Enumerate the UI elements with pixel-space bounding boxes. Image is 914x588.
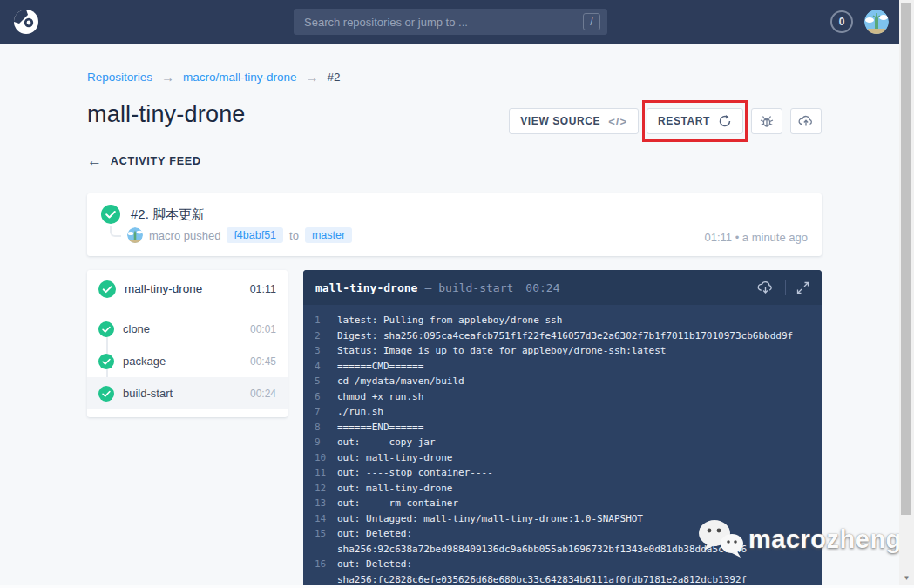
build-title-row: #2. 脚本更新 — [87, 193, 822, 224]
log-line-number: 14 — [315, 511, 337, 527]
committer-avatar-icon — [127, 227, 143, 243]
log-line-text: ======END====== — [337, 420, 813, 436]
drone-logo-icon[interactable] — [12, 8, 40, 36]
log-line: 14 out: Untagged: mall-tiny/mall-tiny-dr… — [303, 511, 822, 527]
to-text: to — [289, 229, 299, 242]
restart-label: RESTART — [658, 115, 710, 127]
log-line: 15 out: Deleted: sha256:92c638a72bed9884… — [303, 526, 822, 557]
page-scrollbar[interactable]: ▲ ▼ — [899, 0, 914, 588]
log-line-number: 6 — [315, 389, 337, 405]
committer-avatar — [127, 227, 143, 243]
log-line-text: out: ----rm container---- — [337, 496, 813, 511]
fullscreen-button[interactable] — [796, 281, 809, 294]
step-row[interactable]: clone 00:01 — [87, 313, 288, 345]
console-header: mall-tiny-drone — build-start 00:24 — [303, 270, 822, 305]
log-line-number: 10 — [315, 450, 337, 466]
pushed-by-text: macro pushed — [149, 229, 220, 242]
header-actions: VIEW SOURCE </> RESTART — [509, 108, 822, 134]
download-log-button[interactable] — [756, 279, 775, 297]
pipeline-success-icon — [98, 280, 116, 298]
debug-button[interactable] — [751, 108, 782, 134]
restart-button[interactable]: RESTART — [647, 108, 743, 134]
tree-connector — [110, 226, 121, 237]
log-line-number: 15 — [315, 526, 337, 557]
tools-divider — [785, 280, 786, 295]
log-line-number: 7 — [315, 404, 337, 420]
user-avatar[interactable] — [864, 10, 889, 34]
log-line: 4 ======CMD====== — [303, 359, 822, 375]
log-line-text: out: ----stop container---- — [337, 465, 813, 481]
log-line-text: latest: Pulling from appleboy/drone-ssh — [337, 313, 813, 328]
scroll-down-arrow-icon[interactable]: ▼ — [899, 572, 914, 585]
drone-build-page: Search repositories or jump to ... / 0 R… — [0, 0, 914, 588]
pipeline-header-row[interactable]: mall-tiny-drone 01:11 — [87, 270, 288, 308]
log-line-number: 3 — [315, 343, 337, 359]
breadcrumb-arrow-icon: → — [306, 70, 319, 84]
console-log[interactable]: 1 latest: Pulling from appleboy/drone-ss… — [303, 305, 822, 588]
expand-icon — [796, 281, 809, 294]
restart-refresh-icon — [718, 114, 732, 128]
view-source-button[interactable]: VIEW SOURCE </> — [509, 108, 639, 134]
log-line: 3 Status: Image is up to date for appleb… — [303, 343, 822, 359]
build-title: #2. 脚本更新 — [131, 206, 205, 223]
back-arrow-icon: ← — [87, 152, 103, 170]
log-line-text: out: Deleted: sha256:92c638a72bed9884091… — [337, 526, 813, 557]
log-line-text: chmod +x run.sh — [337, 389, 813, 405]
log-line-number: 2 — [315, 328, 337, 344]
main-content: Repositories → macro/mall-tiny-drone → #… — [87, 0, 822, 588]
log-line: 8 ======END====== — [303, 420, 822, 436]
breadcrumb-repositories[interactable]: Repositories — [87, 71, 152, 84]
log-line-text: out: ----copy jar---- — [337, 435, 813, 450]
deploy-button[interactable] — [790, 108, 822, 134]
console-dash: — — [424, 281, 431, 294]
view-source-label: VIEW SOURCE — [520, 115, 600, 127]
log-line-text: cd /mydata/maven/build — [337, 374, 813, 389]
log-line-number: 1 — [315, 313, 337, 328]
console-tools — [756, 279, 809, 297]
topbar-right: 0 — [830, 10, 899, 34]
steps-panel: mall-tiny-drone 01:11 clone 00:01 packag… — [87, 270, 288, 417]
pipeline-time: 01:11 — [250, 283, 276, 295]
log-line: 11 out: ----stop container---- — [303, 465, 822, 481]
breadcrumb: Repositories → macro/mall-tiny-drone → #… — [87, 70, 341, 84]
steps-list: clone 00:01 package 00:45 build-start 00… — [87, 308, 288, 409]
step-success-icon — [98, 354, 114, 369]
log-line-text: out: Deleted: sha256:fc2828c6efe035626d6… — [337, 557, 813, 587]
step-label: package — [123, 355, 241, 368]
log-line: 9 out: ----copy jar---- — [303, 435, 822, 450]
log-line-text: Digest: sha256:095ca4ceafcb751f1f22fe416… — [337, 328, 813, 344]
branch-chip[interactable]: master — [305, 227, 352, 243]
pipeline-name: mall-tiny-drone — [125, 282, 241, 295]
log-line-number: 4 — [315, 359, 337, 375]
scrollbar-thumb[interactable] — [901, 3, 911, 515]
step-success-icon — [98, 386, 114, 402]
log-line: 13 out: ----rm container---- — [303, 496, 822, 511]
cloud-download-icon — [756, 279, 775, 297]
log-line: 16 out: Deleted: sha256:fc2828c6efe03562… — [303, 557, 822, 587]
commit-chip[interactable]: f4babf51 — [227, 227, 283, 243]
bug-icon — [759, 113, 775, 129]
console-step-time: 00:24 — [525, 281, 559, 294]
activity-feed-link[interactable]: ← ACTIVITY FEED — [87, 152, 201, 170]
activity-feed-label: ACTIVITY FEED — [111, 155, 201, 167]
log-line-number: 12 — [315, 481, 337, 497]
log-line: 5 cd /mydata/maven/build — [303, 374, 822, 389]
step-time: 00:45 — [250, 355, 276, 368]
log-line-number: 9 — [315, 435, 337, 450]
log-line: 1 latest: Pulling from appleboy/drone-ss… — [303, 313, 822, 328]
log-line-number: 11 — [315, 465, 337, 481]
step-row[interactable]: package 00:45 — [87, 345, 288, 377]
step-row[interactable]: build-start 00:24 — [87, 377, 288, 409]
notification-badge[interactable]: 0 — [830, 10, 853, 33]
log-line-number: 5 — [315, 374, 337, 389]
log-line-text: out: mall-tiny-drone — [337, 481, 813, 497]
breadcrumb-arrow-icon: → — [161, 70, 174, 84]
log-line-text: ======CMD====== — [337, 359, 813, 375]
log-line-number: 13 — [315, 496, 337, 511]
step-time: 00:24 — [250, 388, 276, 400]
console-repo-name: mall-tiny-drone — [315, 281, 417, 294]
log-line: 12 out: mall-tiny-drone — [303, 481, 822, 497]
build-card[interactable]: #2. 脚本更新 macro pushed f4babf51 to master — [87, 193, 822, 256]
breadcrumb-repo[interactable]: macro/mall-tiny-drone — [183, 71, 297, 84]
console-step-name: build-start — [438, 281, 513, 294]
